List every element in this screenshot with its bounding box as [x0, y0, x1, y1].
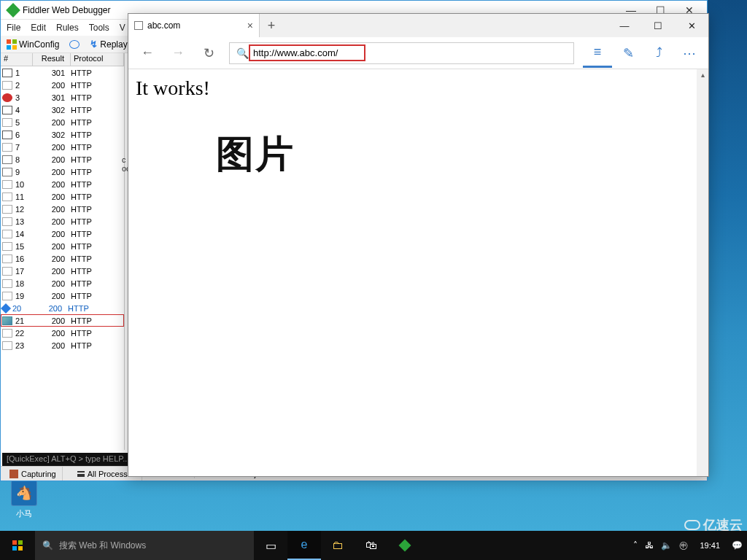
browser-tab[interactable]: abc.com ×	[128, 14, 260, 37]
session-row[interactable]: 13200HTTP	[1, 215, 124, 228]
page-watermark-text: 图片	[216, 129, 701, 180]
session-row[interactable]: 4302HTTP	[1, 104, 124, 116]
menu-tools[interactable]: Tools	[89, 23, 109, 33]
capturing-toggle[interactable]: Capturing	[4, 467, 63, 481]
desktop-shortcut[interactable]: 🐴 小马	[10, 480, 38, 519]
session-type-icon	[2, 69, 12, 77]
session-type-icon	[2, 118, 12, 127]
fiddler-logo-icon	[6, 3, 20, 18]
session-row[interactable]: 10200HTTP	[1, 178, 124, 190]
session-row[interactable]: 11200HTTP	[1, 190, 124, 203]
cloud-icon	[684, 520, 700, 530]
refresh-button[interactable]: ↻	[194, 39, 223, 68]
fiddler-icon	[399, 540, 411, 552]
session-type-icon	[2, 205, 12, 214]
notes-button[interactable]: ✎	[614, 39, 643, 68]
tray-notifications-icon[interactable]: 💬	[732, 540, 743, 551]
session-type-icon	[2, 267, 12, 276]
start-button[interactable]	[0, 531, 35, 560]
session-row[interactable]: 21200HTTP	[1, 314, 124, 327]
replay-button[interactable]: ↯Replay	[87, 39, 130, 50]
session-row[interactable]: 7200HTTP	[1, 141, 124, 153]
comment-button[interactable]	[66, 40, 82, 49]
taskbar-fiddler[interactable]	[388, 531, 422, 560]
edge-close-button[interactable]: ✕	[675, 14, 708, 37]
session-header[interactable]: # Result Protocol	[1, 53, 124, 66]
session-row[interactable]: 2200HTTP	[1, 79, 124, 91]
tab-title: abc.com	[147, 20, 180, 31]
forward-button[interactable]: →	[163, 39, 193, 68]
session-list: # Result Protocol 1301HTTP2200HTTP3301HT…	[1, 53, 125, 450]
page-icon	[134, 21, 143, 30]
taskbar-explorer[interactable]: 🗀	[321, 531, 355, 560]
shortcut-icon: 🐴	[11, 480, 37, 506]
session-type-icon	[2, 230, 12, 238]
edge-maximize-button[interactable]: ☐	[641, 14, 675, 37]
session-row[interactable]: 3301HTTP	[1, 91, 124, 104]
session-row[interactable]: 18200HTTP	[1, 277, 124, 289]
menu-view[interactable]: V	[120, 23, 125, 33]
session-row[interactable]: 15200HTTP	[1, 240, 124, 252]
windows-icon	[7, 39, 17, 50]
session-type-icon	[2, 217, 12, 226]
reading-list-button[interactable]: ≡	[583, 39, 612, 68]
session-type-icon	[2, 316, 12, 325]
taskbar: 🔍 搜索 Web 和 Windows ▭ e 🗀 🛍 ˄ 🖧 🔈 ㊥ 19:41…	[0, 531, 747, 560]
session-row[interactable]: 23200HTTP	[1, 339, 124, 351]
session-type-icon	[2, 292, 12, 300]
session-row[interactable]: 8200HTTP	[1, 153, 124, 166]
session-type-icon	[2, 279, 12, 288]
edge-window: abc.com × + — ☐ ✕ ← → ↻ 🔍 http://www.abc…	[128, 13, 709, 477]
menu-file[interactable]: File	[7, 23, 20, 33]
session-row[interactable]: 17200HTTP	[1, 265, 124, 277]
tray-volume-icon[interactable]: 🔈	[661, 540, 672, 551]
session-row[interactable]: 1301HTTP	[1, 66, 124, 79]
replay-icon: ↯	[90, 39, 98, 50]
session-row[interactable]: 5200HTTP	[1, 116, 124, 128]
menu-edit[interactable]: Edit	[31, 23, 46, 33]
session-type-icon	[2, 143, 12, 152]
windows-icon	[12, 540, 23, 551]
session-type-icon	[2, 180, 12, 189]
session-type-icon	[2, 329, 12, 338]
col-result[interactable]: Result	[33, 53, 71, 66]
edge-minimize-button[interactable]: —	[608, 14, 641, 37]
session-row[interactable]: 14200HTTP	[1, 228, 124, 240]
tray-network-icon[interactable]: 🖧	[645, 540, 654, 551]
bubble-icon	[69, 40, 80, 49]
edge-tabstrip: abc.com × + — ☐ ✕	[128, 14, 708, 37]
col-protocol[interactable]: Protocol	[71, 53, 124, 66]
menu-rules[interactable]: Rules	[56, 23, 79, 33]
system-tray[interactable]: ˄ 🖧 🔈 ㊥ 19:41 💬	[629, 540, 747, 552]
session-row[interactable]: 6302HTTP	[1, 128, 124, 141]
page-heading: It works!	[136, 77, 701, 100]
session-type-icon	[2, 254, 12, 263]
session-row[interactable]: 16200HTTP	[1, 252, 124, 265]
tray-ime-icon[interactable]: ㊥	[679, 540, 688, 552]
back-button[interactable]: ←	[133, 39, 162, 68]
tray-up-icon[interactable]: ˄	[633, 540, 638, 551]
taskbar-store[interactable]: 🛍	[355, 531, 388, 560]
session-row[interactable]: 19200HTTP	[1, 289, 124, 302]
session-row[interactable]: 9200HTTP	[1, 166, 124, 178]
scroll-up-icon[interactable]: ▴	[697, 69, 708, 81]
taskbar-search[interactable]: 🔍 搜索 Web 和 Windows	[35, 531, 254, 560]
taskbar-edge[interactable]: e	[287, 531, 321, 560]
more-button[interactable]: ⋯	[675, 39, 704, 68]
share-button[interactable]: ⤴	[644, 39, 673, 68]
winconfig-button[interactable]: WinConfig	[4, 39, 62, 50]
url-text[interactable]: http://www.abc.com/	[250, 46, 364, 60]
shortcut-label: 小马	[10, 508, 38, 519]
task-view-button[interactable]: ▭	[254, 531, 287, 560]
session-row[interactable]: 20200HTTP	[1, 302, 124, 314]
col-num[interactable]: #	[1, 53, 33, 66]
address-bar[interactable]: 🔍 http://www.abc.com/	[229, 42, 574, 64]
new-tab-button[interactable]: +	[260, 14, 283, 37]
menu-icon	[77, 471, 85, 477]
tab-close-icon[interactable]: ×	[247, 20, 253, 31]
scrollbar[interactable]: ▴	[697, 69, 708, 476]
session-row[interactable]: 12200HTTP	[1, 203, 124, 215]
taskbar-clock[interactable]: 19:41	[695, 541, 724, 551]
session-type-icon	[2, 93, 12, 102]
session-row[interactable]: 22200HTTP	[1, 327, 124, 339]
